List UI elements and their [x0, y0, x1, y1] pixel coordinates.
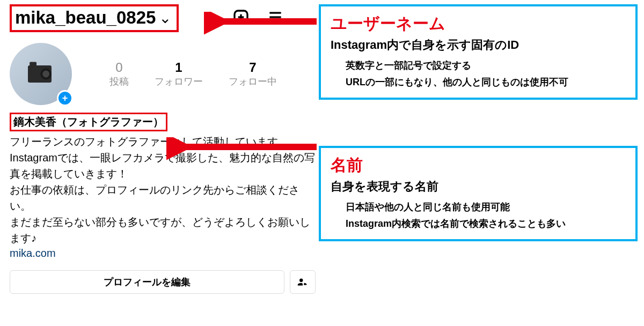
- callout-title: ユーザーネーム: [331, 13, 626, 35]
- profile-stats-row: + 0 投稿 1 フォロワー 7 フォロー中: [10, 43, 316, 105]
- callout-subtitle: Instagram内で自身を示す固有のID: [331, 37, 626, 53]
- stats-group: 0 投稿 1 フォロワー 7 フォロー中: [109, 60, 277, 88]
- callout-note: 英数字と一部記号で設定する: [331, 57, 626, 74]
- edit-profile-button[interactable]: プロフィールを編集: [10, 270, 284, 294]
- posts-count: 0: [115, 60, 122, 75]
- svg-point-8: [42, 71, 49, 78]
- bio-line: まだまだ至らない部分も多いですが、どうぞよろしくお願いします♪: [10, 214, 316, 246]
- callout-subtitle: 自身を表現する名前: [331, 179, 626, 195]
- profile-actions: プロフィールを編集: [10, 270, 316, 294]
- callout-name: 名前 自身を表現する名前 日本語や他の人と同じ名前も使用可能 Instagram…: [319, 146, 638, 241]
- callout-title: 名前: [331, 154, 626, 176]
- discover-people-button[interactable]: [290, 270, 316, 294]
- arrow-to-username: [204, 12, 322, 39]
- display-name-highlight-box: 鏑木美香（フォトグラファー）: [10, 113, 167, 131]
- stat-following[interactable]: 7 フォロー中: [229, 60, 277, 88]
- callout-note: URLの一部にもなり、他の人と同じものは使用不可: [331, 74, 626, 91]
- display-name: 鏑木美香（フォトグラファー）: [13, 116, 164, 128]
- callout-note: 日本語や他の人と同じ名前も使用可能: [331, 199, 626, 216]
- stat-posts[interactable]: 0 投稿: [109, 60, 129, 88]
- add-story-icon[interactable]: +: [57, 90, 73, 106]
- stat-followers[interactable]: 1 フォロワー: [155, 60, 203, 88]
- bio-link[interactable]: mika.com: [10, 247, 316, 260]
- callout-username: ユーザーネーム Instagram内で自身を示す固有のID 英数字と一部記号で設…: [319, 4, 638, 100]
- arrow-to-name: [166, 137, 322, 164]
- posts-label: 投稿: [109, 75, 129, 88]
- avatar-container[interactable]: +: [10, 43, 72, 105]
- following-count: 7: [249, 60, 256, 75]
- chevron-down-icon[interactable]: ⌄: [159, 9, 171, 27]
- followers-label: フォロワー: [155, 75, 203, 88]
- following-label: フォロー中: [229, 75, 277, 88]
- callout-note: Instagram内検索では名前で検索されることも多い: [331, 216, 626, 232]
- followers-count: 1: [175, 60, 182, 75]
- username-highlight-box: mika_beau_0825 ⌄: [10, 4, 179, 32]
- svg-rect-9: [30, 62, 36, 66]
- username[interactable]: mika_beau_0825: [15, 8, 156, 28]
- bio-line: お仕事の依頼は、プロフィールのリンク先からご相談ください。: [10, 182, 316, 214]
